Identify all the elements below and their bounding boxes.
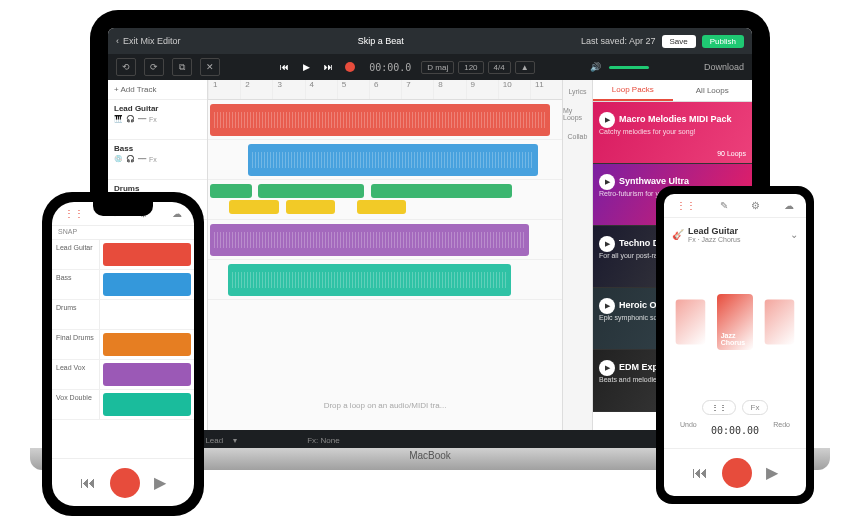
preset-art[interactable]: [676, 299, 705, 344]
phone-track-row[interactable]: Vox Double: [52, 390, 194, 420]
waveform-toggle[interactable]: ⋮⋮: [702, 400, 736, 415]
preset-art-active[interactable]: Jazz Chorus: [717, 294, 754, 350]
toolbar: ⟲ ⟳ ⧉ ✕ ⏮ ▶ ⏭ 00:00.0 D maj 120 4/4 ▲ 🔊 …: [108, 54, 752, 80]
all-loops-tab[interactable]: All Loops: [673, 80, 753, 101]
chevron-left-icon[interactable]: ‹: [116, 36, 119, 46]
audio-clip[interactable]: [286, 200, 336, 214]
phone-clip[interactable]: [103, 243, 191, 266]
project-title: Skip a Beat: [187, 36, 575, 46]
snap-label: SNAP: [52, 226, 194, 240]
redo-label[interactable]: Redo: [773, 421, 790, 440]
track-label: Bass: [52, 270, 100, 299]
phone-transport: ⏮ ▶: [664, 448, 806, 496]
phone-notch: [93, 202, 153, 216]
my-loops-tab[interactable]: My Loops: [563, 107, 592, 121]
audio-clip[interactable]: [210, 224, 529, 256]
headphone-icon[interactable]: 🎧: [126, 115, 135, 123]
track-label: Vox Double: [52, 390, 100, 419]
guitar-icon: 🎸: [672, 229, 684, 240]
phone-track-row[interactable]: Drums: [52, 300, 194, 330]
cloud-icon[interactable]: ☁: [172, 208, 182, 219]
audio-clip[interactable]: [210, 184, 252, 198]
audio-clip[interactable]: [229, 200, 279, 214]
fx-toggle[interactable]: Fx: [742, 400, 769, 415]
track-label: Final Drums: [52, 330, 100, 359]
phone-track-row[interactable]: Bass: [52, 270, 194, 300]
track-header[interactable]: Lead Guitar 🎹🎧━━Fx: [108, 100, 207, 140]
phone-track-row[interactable]: Final Drums: [52, 330, 194, 360]
titlebar: ‹ Exit Mix Editor Skip a Beat Last saved…: [108, 28, 752, 54]
waveform-icon[interactable]: ⋮⋮: [676, 200, 696, 211]
audio-clip[interactable]: [228, 264, 511, 296]
skip-back-button[interactable]: ⏮: [275, 58, 293, 76]
play-icon[interactable]: ▶: [599, 174, 615, 190]
audio-clip[interactable]: [357, 200, 407, 214]
phone-clip[interactable]: [103, 363, 191, 386]
record-button[interactable]: [341, 58, 359, 76]
play-button[interactable]: ▶: [297, 58, 315, 76]
redo-button[interactable]: ⟳: [144, 58, 164, 76]
headphone-icon[interactable]: 🎧: [126, 155, 135, 163]
loop-packs-tab[interactable]: Loop Packs: [593, 80, 673, 101]
audio-clip[interactable]: [210, 104, 550, 136]
phone-track-row[interactable]: Lead Guitar: [52, 240, 194, 270]
play-icon[interactable]: ▶: [599, 298, 615, 314]
loop-pack-item[interactable]: ▶Macro Melodies MIDI PackCatchy melodies…: [593, 102, 752, 164]
key-selector[interactable]: D maj: [421, 61, 454, 74]
timeline-ruler: 1234567891011: [208, 80, 562, 100]
add-track-button[interactable]: + Add Track: [108, 80, 207, 100]
instrument-name: Lead Guitar: [688, 226, 741, 236]
bpm-selector[interactable]: 120: [458, 61, 483, 74]
play-icon[interactable]: ▶: [766, 463, 778, 482]
skip-fwd-button[interactable]: ⏭: [319, 58, 337, 76]
phone-clip[interactable]: [103, 303, 191, 326]
cut-button[interactable]: ✕: [200, 58, 220, 76]
cloud-icon[interactable]: ☁: [784, 200, 794, 211]
play-icon[interactable]: ▶: [599, 360, 615, 376]
edit-icon[interactable]: ✎: [720, 200, 728, 211]
undo-button[interactable]: ⟲: [116, 58, 136, 76]
track-label: Lead Guitar: [52, 240, 100, 269]
phone-record-button[interactable]: [722, 458, 752, 488]
volume-icon[interactable]: 🔊: [590, 62, 601, 72]
play-icon[interactable]: ▶: [599, 236, 615, 252]
play-icon[interactable]: ▶: [154, 473, 166, 492]
audio-clip[interactable]: [248, 144, 538, 176]
phone-clip[interactable]: [103, 333, 191, 356]
skip-back-icon[interactable]: ⏮: [692, 464, 708, 482]
phone-clip[interactable]: [103, 273, 191, 296]
skip-back-icon[interactable]: ⏮: [80, 474, 96, 492]
undo-label[interactable]: Undo: [680, 421, 697, 440]
save-button[interactable]: Save: [662, 35, 696, 48]
timesig-selector[interactable]: 4/4: [488, 61, 511, 74]
audio-clip[interactable]: [371, 184, 513, 198]
download-link[interactable]: Download: [704, 62, 744, 72]
publish-button[interactable]: Publish: [702, 35, 744, 48]
metronome-button[interactable]: ▲: [515, 61, 535, 74]
volume-slider[interactable]: [609, 66, 649, 69]
exit-editor-link[interactable]: Exit Mix Editor: [123, 36, 181, 46]
fx-label[interactable]: Fx: None: [307, 436, 339, 445]
gear-icon[interactable]: ⚙: [751, 200, 760, 211]
instrument-sub: Fx · Jazz Chorus: [688, 236, 741, 243]
phone-header: ⋮⋮ ✎ ⚙ ☁: [664, 194, 806, 218]
waveform-icon[interactable]: ⋮⋮: [64, 208, 84, 219]
track-label: Drums: [52, 300, 100, 329]
phone-right: ⋮⋮ ✎ ⚙ ☁ 🎸 Lead Guitar Fx · Jazz Chorus …: [656, 186, 814, 504]
audio-clip[interactable]: [258, 184, 364, 198]
phone-left: ⋮⋮ ✎ ⚙ ☁ SNAP Lead GuitarBassDrumsFinal …: [42, 192, 204, 516]
play-icon[interactable]: ▶: [599, 112, 615, 128]
preset-art[interactable]: [765, 299, 794, 344]
collab-tab[interactable]: Collab: [568, 133, 588, 140]
copy-button[interactable]: ⧉: [172, 58, 192, 76]
phone-record-button[interactable]: [110, 468, 140, 498]
lyrics-tab[interactable]: Lyrics: [568, 88, 586, 95]
piano-icon: 🎹: [114, 115, 123, 123]
timecode-display: 00:00.0: [369, 62, 411, 73]
chevron-down-icon[interactable]: ⌄: [790, 229, 798, 240]
track-header[interactable]: Bass 💿🎧━━Fx: [108, 140, 207, 180]
mic-icon: 💿: [114, 155, 123, 163]
timeline[interactable]: 1234567891011 Drop a loop on an audio/MI…: [208, 80, 562, 430]
phone-clip[interactable]: [103, 393, 191, 416]
phone-track-row[interactable]: Lead Vox: [52, 360, 194, 390]
